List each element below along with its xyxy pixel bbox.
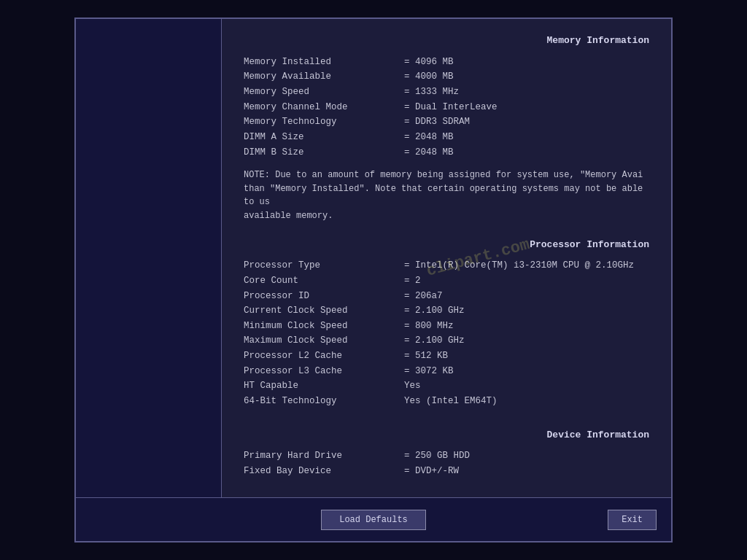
label: Current Clock Speed — [244, 303, 404, 319]
table-row: Core Count = 2 — [244, 273, 649, 289]
processor-section-title: Processor Information — [244, 238, 649, 253]
label: 64-Bit Technology — [244, 394, 404, 409]
table-row: Primary Hard Drive = 250 GB HDD — [244, 448, 649, 464]
value: = 800 MHz — [404, 319, 454, 334]
table-row: Processor L3 Cache = 3072 KB — [244, 364, 649, 379]
value: Yes (Intel EM64T) — [404, 394, 498, 409]
table-row: Processor ID = 206a7 — [244, 289, 649, 304]
table-row: HT Capable Yes — [244, 378, 649, 394]
label: Processor Type — [244, 258, 404, 273]
value: = DVD+/-RW — [404, 464, 459, 479]
label: Memory Installed — [244, 55, 404, 70]
bottom-bar: Load Defaults Exit — [76, 497, 671, 541]
bios-screen: Memory Information Memory Installed = 40… — [0, 0, 747, 560]
label: HT Capable — [244, 378, 404, 394]
memory-table: Memory Installed = 4096 MB Memory Availa… — [244, 55, 649, 160]
value: = 1333 MHz — [404, 85, 459, 100]
label: Minimum Clock Speed — [244, 319, 404, 334]
device-section-title: Device Information — [244, 428, 649, 443]
value: = 4000 MB — [404, 69, 454, 85]
table-row: DIMM B Size = 2048 MB — [244, 145, 649, 160]
label: Memory Technology — [244, 114, 404, 130]
label: Core Count — [244, 273, 404, 289]
label: Fixed Bay Device — [244, 464, 404, 479]
table-row: Memory Speed = 1333 MHz — [244, 85, 649, 100]
label: Maximum Clock Speed — [244, 333, 404, 349]
bios-panel: Memory Information Memory Installed = 40… — [74, 18, 673, 542]
processor-table: Processor Type = Intel(R) Core(TM) i3-23… — [244, 258, 649, 408]
value: = 2.100 GHz — [404, 333, 465, 349]
table-row: DIMM A Size = 2048 MB — [244, 130, 649, 145]
value: = 4096 MB — [404, 55, 454, 70]
value: = DDR3 SDRAM — [404, 114, 470, 130]
value: = 2 — [404, 273, 421, 289]
table-row: Memory Channel Mode = Dual InterLeave — [244, 100, 649, 115]
value: Yes — [404, 378, 421, 394]
value: = Intel(R) Core(TM) i3-2310M CPU @ 2.10G… — [404, 258, 634, 273]
value: = 2.100 GHz — [404, 303, 465, 319]
value: = 2048 MB — [404, 130, 454, 145]
device-table: Primary Hard Drive = 250 GB HDD Fixed Ba… — [244, 448, 649, 478]
table-row: Fixed Bay Device = DVD+/-RW — [244, 464, 649, 479]
label: Primary Hard Drive — [244, 448, 404, 464]
table-row: Processor L2 Cache = 512 KB — [244, 349, 649, 364]
label: Processor L3 Cache — [244, 364, 404, 379]
table-row: Current Clock Speed = 2.100 GHz — [244, 303, 649, 319]
exit-button[interactable]: Exit — [608, 510, 657, 530]
table-row: Memory Technology = DDR3 SDRAM — [244, 114, 649, 130]
value: = 250 GB HDD — [404, 448, 470, 464]
table-row: Maximum Clock Speed = 2.100 GHz — [244, 333, 649, 349]
table-row: Memory Installed = 4096 MB — [244, 55, 649, 70]
value: = 3072 KB — [404, 364, 454, 379]
value: = 2048 MB — [404, 145, 454, 160]
value: = 512 KB — [404, 349, 448, 364]
label: DIMM B Size — [244, 145, 404, 160]
table-row: 64-Bit Technology Yes (Intel EM64T) — [244, 394, 649, 409]
label: Processor ID — [244, 289, 404, 304]
memory-section-title: Memory Information — [244, 34, 649, 49]
label: Memory Speed — [244, 85, 404, 100]
memory-note: NOTE: Due to an amount of memory being a… — [244, 168, 649, 222]
table-row: Processor Type = Intel(R) Core(TM) i3-23… — [244, 258, 649, 273]
label: DIMM A Size — [244, 130, 404, 145]
table-row: Memory Available = 4000 MB — [244, 69, 649, 85]
left-sidebar — [76, 19, 222, 497]
label: Memory Available — [244, 69, 404, 85]
divider — [244, 413, 649, 428]
label: Processor L2 Cache — [244, 349, 404, 364]
table-row: Minimum Clock Speed = 800 MHz — [244, 319, 649, 334]
load-defaults-button[interactable]: Load Defaults — [321, 510, 426, 530]
value: = 206a7 — [404, 289, 443, 304]
content-area: Memory Information Memory Installed = 40… — [222, 19, 671, 497]
label: Memory Channel Mode — [244, 100, 404, 115]
value: = Dual InterLeave — [404, 100, 498, 115]
